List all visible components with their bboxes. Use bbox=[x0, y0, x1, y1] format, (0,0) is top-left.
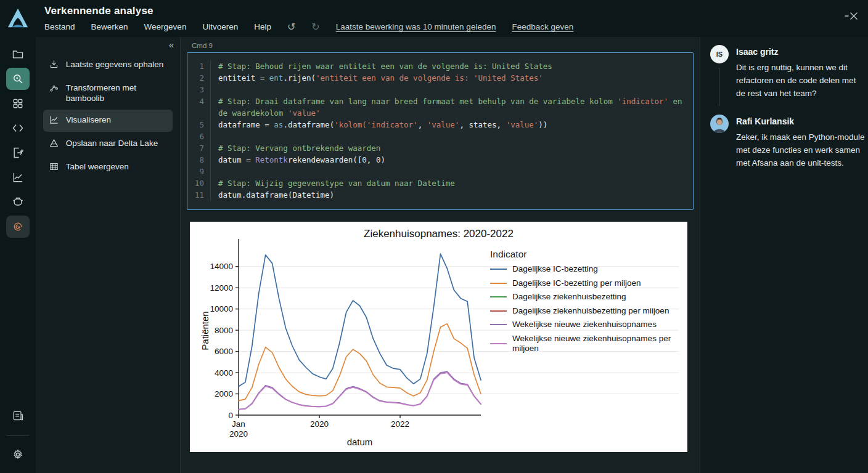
code-line[interactable]: 11datum.dataframe(Datetime) bbox=[190, 189, 688, 201]
svg-text:8000: 8000 bbox=[215, 326, 233, 335]
code-text bbox=[211, 84, 688, 95]
code-line[interactable]: 10# Stap: Wijzig gegevenstype van datum … bbox=[190, 177, 688, 189]
code-line[interactable]: 8datum = Retontkrekendewaarden([0, 0) bbox=[190, 154, 688, 166]
sidebar-item-transformeren[interactable]: Transformeren met bamboolib bbox=[43, 78, 173, 108]
svg-text:2020: 2020 bbox=[229, 429, 248, 439]
legend-label: Dageiijkse ziekenhuisbezetting per miijo… bbox=[512, 306, 669, 316]
table-icon bbox=[49, 162, 59, 174]
svg-text:4000: 4000 bbox=[215, 368, 233, 378]
app-body: « Laatste gegevens ophalen Transformeren… bbox=[0, 37, 868, 473]
sidebar-item-tabel[interactable]: Tabel weergeven bbox=[43, 156, 173, 179]
secondary-sidebar: « Laatste gegevens ophalen Transformeren… bbox=[36, 37, 180, 473]
visualize-icon bbox=[49, 115, 59, 127]
settings-gear-icon[interactable] bbox=[6, 443, 30, 466]
legend-swatch bbox=[490, 310, 507, 312]
sidebar-item-visualiseren[interactable]: Visualiseren bbox=[43, 110, 173, 132]
code-text: entiteit = ent.rijen('entiteit een van d… bbox=[211, 72, 688, 84]
svg-text:2000: 2000 bbox=[215, 389, 233, 398]
code-text: # Stap: Vervang ontbrekende waarden bbox=[211, 142, 688, 154]
code-line[interactable]: 6 bbox=[190, 131, 688, 142]
comment-text: Zeker, ik maak een Python-module met dez… bbox=[736, 131, 865, 169]
legend-swatch bbox=[490, 269, 507, 270]
legend-item: Wekelijkse nieuwe ziekenhuisopnames per … bbox=[490, 334, 684, 354]
code-text bbox=[211, 166, 688, 177]
menu-weergeven[interactable]: Weergeven bbox=[144, 22, 187, 31]
collapse-sidebar-icon[interactable]: « bbox=[169, 39, 174, 50]
comment-author: Rafi Kurlansik bbox=[736, 116, 865, 126]
svg-text:10000: 10000 bbox=[210, 304, 233, 313]
code-line[interactable]: 2entiteit = ent.rijen('entiteit een van … bbox=[190, 72, 688, 84]
menu-help[interactable]: Help bbox=[254, 22, 271, 31]
legend-item: Dagelijkse ziekenhuisbezetting bbox=[490, 292, 684, 302]
menu-bar: Bestand Bewerken Weergeven Uitvoeren Hel… bbox=[44, 21, 573, 33]
svg-text:Patiënten: Patiënten bbox=[200, 311, 210, 350]
legend-label: Wekelijkse nieuwe ziekenhuisopnames per … bbox=[512, 334, 684, 354]
grid-icon[interactable] bbox=[6, 92, 30, 115]
line-number: 5 bbox=[190, 119, 211, 131]
code-line[interactable]: 3 bbox=[190, 84, 688, 95]
search-icon[interactable] bbox=[6, 68, 30, 90]
sidebar-item-laatste-gegevens[interactable]: Laatste gegevens ophalen bbox=[43, 54, 173, 76]
legend-swatch bbox=[490, 343, 507, 344]
last-edit-status[interactable]: Laatste bewerking was 10 minuten geleden bbox=[336, 22, 496, 31]
legend-title: Indicator bbox=[490, 249, 684, 260]
close-comments-icon[interactable] bbox=[845, 11, 859, 22]
line-number: 9 bbox=[190, 166, 211, 177]
code-cell[interactable]: 1# Stap: Behoud rijen waar entiteit een … bbox=[187, 52, 694, 210]
assistant-icon[interactable] bbox=[6, 216, 30, 238]
code-text: # Stap: Draai dataframe van lang naar br… bbox=[211, 95, 688, 119]
code-line[interactable]: 4# Stap: Draai dataframe van lang naar b… bbox=[190, 95, 688, 119]
sidebar-item-label: Visualiseren bbox=[66, 115, 111, 125]
menu-uitvoeren[interactable]: Uitvoeren bbox=[202, 22, 238, 31]
rail-bottom bbox=[0, 405, 36, 468]
menu-bewerken[interactable]: Bewerken bbox=[91, 22, 128, 31]
line-number: 8 bbox=[190, 154, 211, 166]
app-logo-icon[interactable] bbox=[6, 7, 30, 30]
notebook-main: Cmd 9 1# Stap: Behoud rijen waar entitei… bbox=[180, 37, 700, 473]
redo-icon[interactable]: ↻ bbox=[311, 21, 319, 33]
line-number: 3 bbox=[190, 84, 211, 95]
line-number: 2 bbox=[190, 72, 211, 84]
menu-bestand[interactable]: Bestand bbox=[44, 22, 75, 31]
legend-swatch bbox=[490, 283, 507, 284]
feedback-link[interactable]: Feedback geven bbox=[512, 22, 573, 31]
code-text: datum = Retontkrekendewaarden([0, 0) bbox=[211, 154, 688, 166]
legend-label: Dagelijkse ziekenhuisbezetting bbox=[512, 292, 626, 302]
svg-text:12000: 12000 bbox=[210, 283, 233, 293]
line-number: 10 bbox=[190, 177, 211, 189]
avatar[interactable] bbox=[710, 115, 729, 133]
chart-icon[interactable] bbox=[6, 166, 30, 188]
code-icon[interactable] bbox=[6, 117, 30, 139]
legend-item: Dagelijkse IC-bezetting per miljoen bbox=[490, 278, 684, 288]
folder-icon[interactable] bbox=[6, 43, 30, 65]
comment-isaac: IS Isaac gritz Dit is erg nuttig, kunnen… bbox=[710, 45, 864, 100]
code-line[interactable]: 5dataframe = as.dataframe('kolom('indica… bbox=[190, 119, 688, 131]
code-text: # Stap: Wijzig gegevenstype van datum na… bbox=[211, 177, 688, 189]
code-line[interactable]: 9 bbox=[190, 166, 688, 177]
line-number: 4 bbox=[190, 95, 211, 119]
svg-text:Jan: Jan bbox=[232, 419, 245, 429]
delta-icon bbox=[49, 139, 59, 150]
notes-icon[interactable] bbox=[6, 405, 30, 427]
comment-text: Dit is erg nuttig, kunnen we dit refacto… bbox=[736, 61, 865, 100]
basket-icon[interactable] bbox=[6, 191, 30, 213]
rail-divider bbox=[7, 435, 29, 436]
code-line[interactable]: 1# Stap: Behoud rijen waar entiteit een … bbox=[190, 60, 688, 72]
avatar[interactable]: IS bbox=[710, 45, 729, 63]
svg-text:14000: 14000 bbox=[210, 262, 233, 271]
code-text: datum.dataframe(Datetime) bbox=[211, 189, 688, 201]
code-line[interactable]: 7# Stap: Vervang ontbrekende waarden bbox=[190, 142, 688, 154]
undo-icon[interactable]: ↺ bbox=[287, 21, 295, 33]
cell-label: Cmd 9 bbox=[192, 42, 694, 49]
svg-text:2022: 2022 bbox=[391, 419, 409, 429]
top-header: Verkennende analyse Bestand Bewerken Wee… bbox=[0, 0, 868, 37]
download-icon bbox=[49, 60, 59, 71]
legend-label: Dageiijkse IC-bezetting bbox=[512, 264, 598, 274]
svg-text:0: 0 bbox=[228, 411, 233, 420]
sidebar-item-delta-lake[interactable]: Opslaan naar Delta Lake bbox=[43, 133, 173, 155]
svg-text:2020: 2020 bbox=[310, 419, 329, 429]
code-text: dataframe = as.dataframe('kolom('indicat… bbox=[211, 119, 688, 131]
export-notebook-icon[interactable] bbox=[6, 142, 30, 164]
sidebar-item-label: Opslaan naar Delta Lake bbox=[66, 138, 158, 148]
sidebar-item-label: Transformeren met bamboolib bbox=[66, 83, 166, 103]
